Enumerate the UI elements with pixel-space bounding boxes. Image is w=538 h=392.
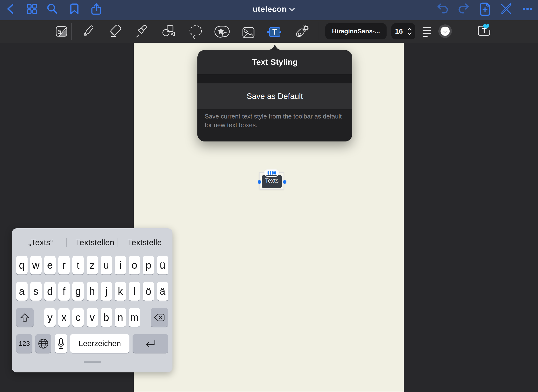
svg-text:a: a	[57, 28, 61, 35]
svg-text:T: T	[482, 27, 486, 35]
